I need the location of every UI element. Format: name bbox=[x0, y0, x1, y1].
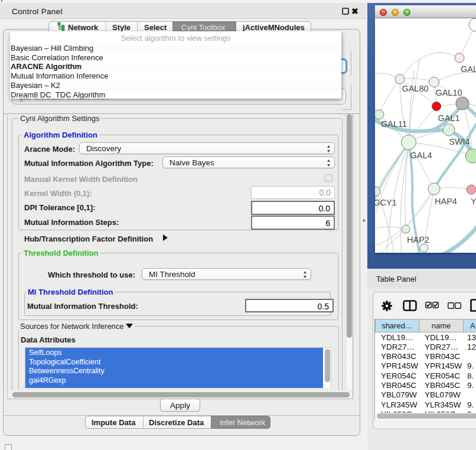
svg-text:HAP2: HAP2 bbox=[407, 235, 429, 244]
svg-text:SWI4: SWI4 bbox=[449, 137, 470, 146]
svg-text:GAL80: GAL80 bbox=[402, 84, 428, 93]
svg-text:HAP4: HAP4 bbox=[435, 197, 457, 206]
svg-text:GCY1: GCY1 bbox=[375, 198, 397, 207]
svg-text:Y: Y bbox=[471, 197, 476, 206]
svg-text:GAL: GAL bbox=[461, 64, 476, 74]
svg-text:GAL11: GAL11 bbox=[381, 119, 407, 129]
svg-text:GAL10: GAL10 bbox=[435, 88, 462, 97]
svg-text:GAL1: GAL1 bbox=[438, 113, 459, 123]
svg-text:GAL4: GAL4 bbox=[410, 151, 432, 160]
